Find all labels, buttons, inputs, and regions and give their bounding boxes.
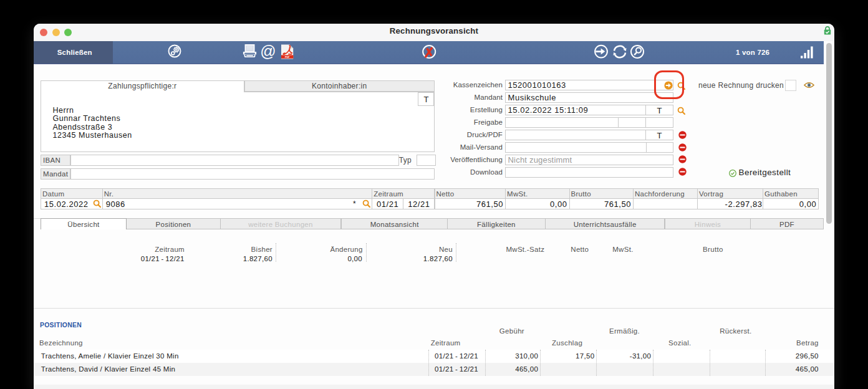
svg-text:PDF: PDF [285,56,290,59]
